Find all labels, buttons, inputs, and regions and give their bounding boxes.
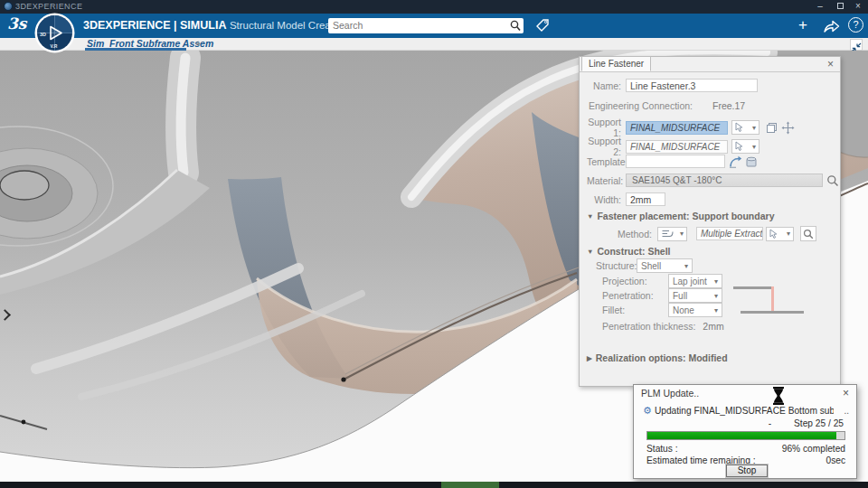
cursor-icon (769, 229, 778, 239)
plm-message-ellipsis: .. (844, 406, 849, 416)
penetration-label: Penetration: (602, 290, 654, 301)
maximize-button[interactable] (832, 0, 848, 14)
penetration-dropdown[interactable]: Full ▾ (668, 288, 722, 303)
plm-message-row: ⚙ Updating FINAL_MIDSURFACE Bottom subfr… (643, 405, 849, 417)
svg-text:V.R: V.R (51, 43, 58, 49)
plm-progress-bar (646, 431, 845, 440)
diagram-top-plate (733, 286, 774, 289)
exit-fullframe-button[interactable] (850, 39, 863, 51)
method-select-combo[interactable]: ▾ (766, 227, 794, 241)
stop-button[interactable]: Stop (726, 465, 768, 477)
plm-status-value: 96% completed (782, 444, 845, 454)
plm-step-dash: - (769, 418, 771, 428)
penetration-value: Full (673, 291, 687, 301)
tag-icon[interactable] (534, 17, 551, 33)
realization-section-header[interactable]: ▶Realization options: Modified (587, 352, 728, 363)
support2-select-combo[interactable]: ▾ (731, 139, 760, 154)
projection-dropdown[interactable]: Lap joint ▾ (668, 274, 722, 288)
search-input[interactable] (333, 19, 500, 32)
structure-label: Structure: (596, 260, 637, 271)
main-toolbar: 3DEXPERIENCE | SIMULIA Structural Model … (0, 14, 868, 38)
plm-eta-value: 0sec (826, 455, 845, 465)
duplicate-icon[interactable] (766, 122, 778, 134)
new-tab-button[interactable]: + (195, 38, 201, 49)
plm-close-icon[interactable]: × (843, 387, 849, 399)
compass-icon[interactable]: 3D V.R (34, 13, 75, 53)
section-closed-icon: ▶ (587, 354, 592, 362)
support1-select-combo[interactable]: ▾ (731, 120, 760, 135)
hourglass-busy-icon (772, 387, 785, 405)
method-field[interactable]: Multiple Extract.7 (696, 227, 763, 240)
plm-step-row: - Step 25 / 25 (769, 418, 844, 428)
plm-dialog-title: PLM Update.. (641, 388, 699, 399)
panel-close-icon[interactable]: × (827, 58, 834, 70)
minimize-button[interactable]: – (812, 0, 828, 14)
plm-message: Updating FINAL_MIDSURFACE Bottom subfram… (655, 406, 834, 416)
width-input[interactable] (626, 192, 665, 206)
move-arrows-icon[interactable] (781, 121, 795, 135)
support2-field[interactable]: FINAL_MIDSURFACE (626, 140, 728, 154)
construct-section-header[interactable]: ▼Construct: Shell (587, 246, 671, 257)
fillet-dropdown[interactable]: None ▾ (668, 303, 722, 317)
window-titlebar: 3DEXPERIENCE – × (0, 0, 868, 14)
dropdown-icon: ▾ (714, 277, 718, 286)
share-icon[interactable] (823, 19, 841, 33)
template-save-icon[interactable] (745, 155, 758, 168)
placement-section-title: Fastener placement: Support boundary (597, 211, 774, 221)
plm-status-label: Status : (646, 444, 678, 454)
brand-separator: | (174, 19, 177, 32)
dropdown-icon: ▾ (714, 292, 718, 300)
name-input[interactable] (626, 79, 758, 92)
template-import-icon[interactable] (729, 155, 742, 168)
line-fastener-panel: Line Fastener × Name: Engineering Connec… (579, 56, 841, 387)
window-close-button[interactable]: × (850, 0, 866, 14)
structure-dropdown[interactable]: Shell ▾ (637, 258, 693, 273)
dropdown-icon: ▾ (752, 124, 756, 132)
projection-label: Projection: (602, 276, 647, 286)
support1-field[interactable]: FINAL_MIDSURFACE (626, 121, 728, 135)
dropdown-icon: ▾ (684, 262, 688, 270)
expand-tree-arrow[interactable] (1, 309, 10, 322)
brand-product: SIMULIA (180, 19, 226, 32)
diagram-fastener-line (771, 286, 774, 313)
penetration-thickness-value: 2mm (703, 321, 723, 332)
bottom-bar-highlight (441, 482, 499, 488)
help-icon[interactable]: ? (848, 17, 863, 33)
maximize-icon (837, 3, 844, 9)
search-icon[interactable] (510, 20, 521, 32)
plm-progress-fill (647, 432, 836, 439)
bottom-action-bar[interactable] (0, 482, 868, 488)
engineering-connection-value: Free.17 (712, 100, 745, 111)
dropdown-icon: ▾ (752, 143, 756, 151)
material-search-icon[interactable] (826, 174, 839, 187)
panel-title-tab[interactable]: Line Fastener (581, 56, 651, 71)
name-label: Name: (587, 80, 621, 91)
method-type-combo[interactable]: ▾ (657, 227, 687, 241)
placement-section-header[interactable]: ▼Fastener placement: Support boundary (587, 211, 774, 221)
boundary-method-icon (661, 229, 674, 239)
engineering-connection-label: Engineering Connection: (589, 100, 693, 111)
plm-status-row: Status : 96% completed (646, 444, 845, 454)
cursor-icon (735, 122, 743, 133)
magnifier-icon (803, 229, 814, 239)
dropdown-icon: ▾ (714, 306, 718, 314)
projection-value: Lap joint (673, 277, 707, 286)
diagram-bottom-plate (741, 311, 804, 314)
plm-step-counter: Step 25 / 25 (794, 418, 844, 428)
structure-value: Shell (641, 261, 661, 271)
plm-update-dialog: PLM Update.. × ⚙ Updating FINAL_MIDSURFA… (633, 384, 857, 479)
material-label: Material: (587, 175, 621, 186)
template-input[interactable] (626, 155, 725, 168)
update-gear-icon: ⚙ (643, 405, 652, 417)
brand-3dexperience: 3DEXPERIENCE (83, 19, 171, 32)
app-globe-icon (4, 2, 13, 11)
material-field[interactable]: SAE1045 Q&T -180°C (626, 174, 823, 187)
panel-header-divider (580, 71, 840, 72)
construct-section-title: Construct: Shell (597, 246, 670, 257)
search-box[interactable] (328, 18, 524, 33)
method-search-button[interactable] (800, 226, 816, 241)
dropdown-icon: ▾ (680, 230, 684, 238)
template-label: Template: (587, 156, 621, 167)
window-title: 3DEXPERIENCE (15, 2, 82, 11)
add-content-button[interactable]: + (798, 16, 807, 34)
